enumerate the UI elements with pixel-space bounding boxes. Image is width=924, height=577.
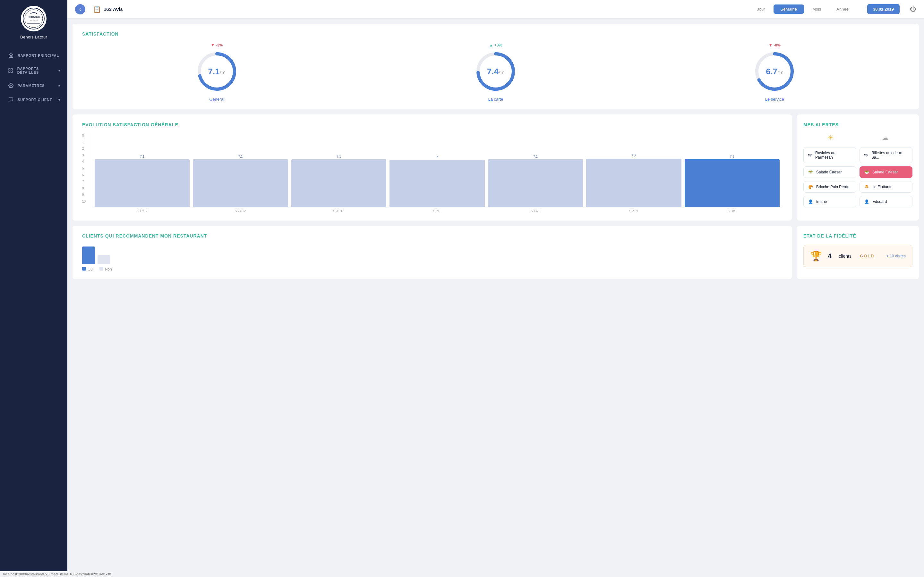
sidebar-item-rapport-principal[interactable]: RAPPORT PRINCIPAL <box>0 48 67 63</box>
reviews-count-label: 163 Avis <box>103 6 123 12</box>
chevron-down-icon-3: ▾ <box>58 98 60 102</box>
sat-circle-general: 7.1/10 <box>196 51 238 92</box>
sidebar-label-rapport-principal: RAPPORT PRINCIPAL <box>18 53 59 57</box>
tab-mois[interactable]: Mois <box>805 5 828 14</box>
chevron-down-icon-2: ▾ <box>58 84 60 87</box>
home-icon <box>8 53 14 58</box>
alert-bread-icon: 🥐 <box>808 185 813 189</box>
gold-visits-label: > 10 visites <box>887 254 906 258</box>
sidebar-item-rapports-detailles[interactable]: RAPPORTS DÉTAILLÉS ▾ <box>0 63 67 79</box>
main-area: ‹ 📋 163 Avis Jour Semaine Mois Année 30.… <box>67 0 924 577</box>
alert-food-icon-2: 🍽 <box>864 153 868 157</box>
back-button[interactable]: ‹ <box>75 4 86 15</box>
chart-bar-col: 7 <box>389 155 485 207</box>
url-bar: localhost:3000/restaurants/25/meal_items… <box>0 571 114 577</box>
fidelite-section: ETAT DE LA FIDÉLITÉ 🏆 4 clients GOLD > 1… <box>797 226 919 279</box>
tab-jour[interactable]: Jour <box>750 5 772 14</box>
gold-clients-label: clients <box>838 253 851 259</box>
alertes-section: MES ALERTES ☀ ☁ 🍽 Ravioles au Parmesan 🍽… <box>797 114 919 221</box>
recommandation-title: CLIENTS QUI RECOMMANDENT MON RESTAURANT <box>82 234 782 239</box>
svg-point-9 <box>10 85 11 86</box>
tab-annee[interactable]: Année <box>829 5 856 14</box>
sat-badge-general: ▼ -3% <box>211 43 223 47</box>
chart-y-labels: 10 9 8 7 6 5 4 3 2 1 0 <box>82 134 91 203</box>
chart-bar[interactable] <box>95 159 190 207</box>
chart-bars: 7.17.17.177.17.27.1 <box>92 134 782 207</box>
chart-bar-col: 7.1 <box>193 155 288 207</box>
alert-card-rillettes[interactable]: 🍽 Rillettes aux deux Sa... <box>859 147 913 163</box>
chart-bar-col: 7.1 <box>685 155 780 207</box>
gold-tier-label: GOLD <box>860 253 875 258</box>
gear-icon <box>8 83 14 89</box>
alertes-title: MES ALERTES <box>803 122 913 127</box>
content-area: SATISFACTION ▼ -3% 7.1/10 <box>67 19 924 577</box>
sidebar-item-support-client[interactable]: SUPPORT CLIENT ▾ <box>0 93 67 107</box>
svg-text:Restaurant: Restaurant <box>28 16 40 18</box>
trophy-icon: 🏆 <box>810 250 822 261</box>
alert-food-icon: 🍽 <box>808 153 812 157</box>
header: ‹ 📋 163 Avis Jour Semaine Mois Année 30.… <box>67 0 924 19</box>
chart-bar[interactable] <box>389 160 485 207</box>
header-tabs: Jour Semaine Mois Année <box>750 5 856 14</box>
alert-salad-icon-2: 🥗 <box>864 170 869 174</box>
chart-area: 10 9 8 7 6 5 4 3 2 1 0 7.17.17.177.17.27… <box>82 134 782 213</box>
alert-card-imane[interactable]: 👤 Imane <box>803 196 856 207</box>
tab-semaine[interactable]: Semaine <box>774 5 804 14</box>
alert-card-edouard[interactable]: 👤 Edouard <box>859 196 913 207</box>
date-button[interactable]: 30.01.2019 <box>867 4 900 14</box>
sidebar-label-parametres: PARAMÈTRES <box>18 84 45 87</box>
satisfaction-row: ▼ -3% 7.1/10 Général <box>82 43 909 102</box>
chart-x-labels: S 17/12S 24/12S 31/12S 7/1S 14/1S 21/1S … <box>92 207 782 213</box>
sat-badge-le-service: ▼ -8% <box>769 43 780 47</box>
sat-badge-la-carte: ▲ +3% <box>489 43 502 47</box>
alert-salad-icon: 🥗 <box>808 170 813 174</box>
alert-card-salade-l[interactable]: 🥗 Salade Caesar <box>803 166 856 178</box>
svg-rect-6 <box>11 69 13 70</box>
svg-point-0 <box>23 8 44 29</box>
sidebar-label-support-client: SUPPORT CLIENT <box>18 98 52 102</box>
arrow-down-icon-2: ▼ <box>769 43 772 47</box>
chart-bar[interactable] <box>488 159 583 207</box>
sidebar-item-parametres[interactable]: PARAMÈTRES ▾ <box>0 79 67 93</box>
sidebar-logo: Restaurant est. 2010 <box>21 6 47 31</box>
chat-icon <box>8 97 14 103</box>
power-icon[interactable]: ⏻ <box>910 5 916 13</box>
sidebar-label-rapports-detailles: RAPPORTS DÉTAILLÉS <box>17 67 59 74</box>
chart-bar-col: 7.2 <box>586 154 681 207</box>
recommandation-section: CLIENTS QUI RECOMMANDENT MON RESTAURANT … <box>73 226 792 279</box>
reviews-icon: 📋 <box>93 5 101 13</box>
alert-card-ravioles[interactable]: 🍽 Ravioles au Parmesan <box>803 147 856 163</box>
recommand-legend: Oui Non <box>82 267 782 271</box>
chart-bar-col: 7.1 <box>291 155 386 207</box>
evolution-section: EVOLUTION SATISFACTION GÉNÉRALE 10 9 8 7… <box>73 114 792 221</box>
alert-card-salade-r[interactable]: 🥗 Salade Caesar <box>859 166 913 178</box>
cloud-icon: ☁ <box>882 134 889 142</box>
bottom-row: CLIENTS QUI RECOMMANDENT MON RESTAURANT … <box>73 226 919 279</box>
chart-bar[interactable] <box>193 159 288 207</box>
satisfaction-section: SATISFACTION ▼ -3% 7.1/10 <box>73 24 919 109</box>
alert-card-ile-flottante[interactable]: 🍮 Ile Flottante <box>859 181 913 193</box>
alert-card-brioche[interactable]: 🥐 Brioche Pain Perdu <box>803 181 856 193</box>
sat-item-le-service: ▼ -8% 6.7/10 Le service <box>754 43 795 102</box>
alert-dessert-icon: 🍮 <box>864 185 869 189</box>
reviews-count: 📋 163 Avis <box>93 5 123 13</box>
svg-rect-5 <box>9 69 10 70</box>
chart-bar[interactable] <box>685 159 780 207</box>
chart-bar-col: 7.1 <box>488 155 583 207</box>
chart-icon <box>8 68 13 73</box>
chart-bar[interactable] <box>291 159 386 207</box>
svg-text:est. 2010: est. 2010 <box>30 19 38 21</box>
alert-icons-row: ☀ ☁ <box>803 134 913 142</box>
sun-icon: ☀ <box>827 134 834 142</box>
arrow-down-icon: ▼ <box>211 43 215 47</box>
chevron-down-icon: ▾ <box>58 69 60 73</box>
alert-person-icon: 👤 <box>808 199 813 204</box>
sidebar: Restaurant est. 2010 Benois Latour RAPPO… <box>0 0 67 577</box>
sat-item-la-carte: ▲ +3% 7.4/10 La carte <box>475 43 517 102</box>
svg-rect-7 <box>11 71 13 73</box>
chart-bar[interactable] <box>586 159 681 207</box>
fidelite-title: ETAT DE LA FIDÉLITÉ <box>803 234 913 239</box>
evolution-alertes-row: EVOLUTION SATISFACTION GÉNÉRALE 10 9 8 7… <box>73 114 919 221</box>
fidelite-gold-card: 🏆 4 clients GOLD > 10 visites <box>803 245 913 267</box>
sidebar-nav: RAPPORT PRINCIPAL RAPPORTS DÉTAILLÉS ▾ P… <box>0 48 67 107</box>
